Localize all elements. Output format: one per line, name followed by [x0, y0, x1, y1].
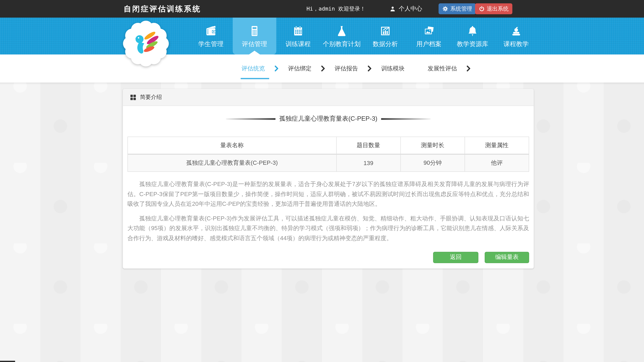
page: 自闭症评估训练系统 Hi，admin 欢迎登录！ 个人中心 系统管理 退出系统 … [0, 0, 644, 362]
system-admin-label: 系统管理 [450, 5, 472, 12]
decorative-line-right [381, 118, 431, 120]
description-paragraph-1: 孤独症儿童心理教育量表(C-PEP-3)是一种新型的发展量表，适合于身心发展处于… [128, 179, 529, 209]
nav-item-resource-library[interactable]: 教学资源库 [451, 17, 494, 54]
cell-question-count: 139 [336, 154, 400, 172]
app-title: 自闭症评估训练系统 [124, 0, 201, 17]
intro-card: 简要介绍 孤独症儿童心理教育量表(C-PEP-3) 量表名称 题目数量 测量时长… [123, 89, 534, 268]
chevron-right-icon [367, 65, 372, 72]
col-header-scale-name: 量表名称 [128, 137, 336, 154]
nav-item-students[interactable]: 学生管理 [189, 17, 233, 54]
active-tab-notch [249, 51, 260, 55]
calendar-icon [292, 25, 304, 37]
chevron-right-icon [321, 65, 326, 72]
description-paragraph-2: 孤独症儿童心理教育量表(C-PEP-3)作为发展评估工具，可以描述孤独症儿童在模… [128, 214, 529, 243]
photos-icon [422, 25, 435, 37]
content-area: 简要介绍 孤独症儿童心理教育量表(C-PEP-3) 量表名称 题目数量 测量时长… [0, 83, 644, 362]
cell-scale-name: 孤独症儿童心理教育量表(C-PEP-3) [128, 154, 336, 172]
books-icon [510, 25, 522, 37]
gear-icon [442, 6, 448, 12]
profile-link[interactable]: 个人中心 [390, 0, 422, 17]
subnav-item-binding[interactable]: 评估绑定 [288, 65, 312, 72]
greeting-text: Hi，admin 欢迎登录！ [306, 0, 366, 17]
subnav-item-training-module[interactable]: 训练模块 [381, 65, 405, 72]
col-header-question-count: 题目数量 [336, 137, 400, 154]
card-title: 简要介绍 [140, 93, 162, 101]
cell-duration: 90分钟 [400, 154, 465, 172]
power-icon [479, 6, 485, 12]
nav-item-data-analysis[interactable]: 数据分析 [364, 17, 407, 54]
bar-chart-icon [379, 25, 392, 37]
bell-icon [466, 25, 479, 37]
table-row: 孤独症儿童心理教育量表(C-PEP-3) 139 90分钟 他评 [128, 154, 529, 172]
logout-button[interactable]: 退出系统 [475, 3, 512, 14]
flask-icon [336, 25, 348, 37]
col-header-duration: 测量时长 [400, 137, 465, 154]
edit-scale-button[interactable]: 编辑量表 [485, 252, 529, 263]
calculator-icon [248, 25, 261, 37]
scale-title-row: 孤独症儿童心理教育量表(C-PEP-3) [128, 115, 529, 123]
col-header-attribute: 测量属性 [465, 137, 529, 154]
user-icon [390, 6, 396, 12]
scale-info-table: 量表名称 题目数量 测量时长 测量属性 孤独症儿童心理教育量表(C-PEP-3)… [128, 137, 529, 172]
sub-nav: 评估统览 评估绑定 评估报告 训练模块 发展性评估 [0, 54, 644, 83]
subnav-item-overview[interactable]: 评估统览 [242, 65, 265, 72]
subnav-item-report[interactable]: 评估报告 [334, 65, 358, 72]
table-header-row: 量表名称 题目数量 测量时长 测量属性 [128, 137, 529, 154]
wallet-icon [204, 25, 217, 37]
scale-title: 孤独症儿童心理教育量表(C-PEP-3) [279, 115, 377, 123]
button-row: 返回 编辑量表 [128, 252, 529, 263]
nav-item-course-teaching[interactable]: 课程教学 [494, 17, 538, 54]
back-button[interactable]: 返回 [433, 252, 478, 263]
nav-items: 学生管理 评估管理 训练课程 个别教育计划 数据分析 用户档案 [189, 17, 538, 54]
cell-rater-type: 他评 [465, 154, 529, 172]
nav-item-training-course[interactable]: 训练课程 [276, 17, 320, 54]
nav-item-iep[interactable]: 个别教育计划 [320, 17, 364, 54]
decorative-line-left [226, 118, 276, 120]
top-bar: 自闭症评估训练系统 Hi，admin 欢迎登录！ 个人中心 系统管理 退出系统 [0, 0, 644, 17]
system-admin-button[interactable]: 系统管理 [438, 3, 476, 14]
chevron-right-icon [274, 65, 279, 72]
nav-item-assessment[interactable]: 评估管理 [233, 17, 276, 54]
grid-squares-icon [130, 94, 136, 100]
bird-cloud-logo [122, 18, 170, 69]
footer-edge [0, 361, 15, 362]
main-nav: 学生管理 评估管理 训练课程 个别教育计划 数据分析 用户档案 [0, 17, 644, 54]
nav-item-user-files[interactable]: 用户档案 [407, 17, 451, 54]
chevron-right-icon [466, 65, 471, 72]
card-body: 孤独症儿童心理教育量表(C-PEP-3) 量表名称 题目数量 测量时长 测量属性 [123, 115, 534, 268]
card-header: 简要介绍 [123, 89, 534, 106]
subnav-item-developmental[interactable]: 发展性评估 [428, 65, 457, 72]
logout-label: 退出系统 [487, 5, 509, 12]
profile-label: 个人中心 [399, 5, 422, 12]
